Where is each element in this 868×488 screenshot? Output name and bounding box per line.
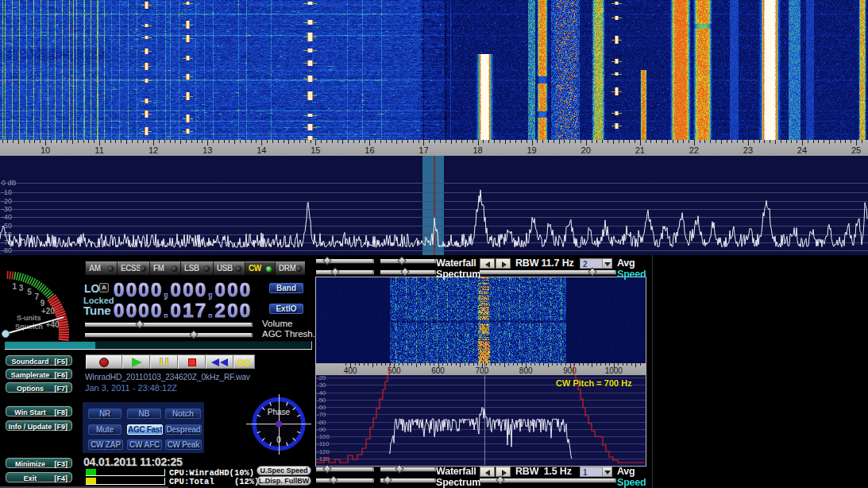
svg-text:5: 5 bbox=[27, 288, 32, 296]
svg-text:S-units: S-units bbox=[17, 314, 41, 322]
svg-text:7: 7 bbox=[35, 292, 40, 301]
svg-text:1: 1 bbox=[13, 282, 17, 291]
svg-text:+20: +20 bbox=[41, 307, 55, 316]
svg-text:9: 9 bbox=[41, 299, 45, 308]
svg-text:3: 3 bbox=[19, 284, 24, 292]
svg-text:Phase: Phase bbox=[268, 408, 291, 416]
svg-text:0: 0 bbox=[276, 436, 281, 444]
